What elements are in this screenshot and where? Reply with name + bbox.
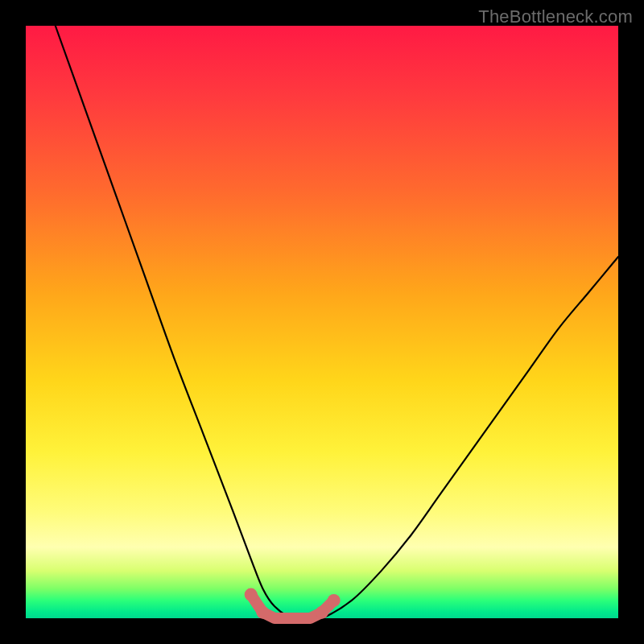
valley-marker-group [245,588,341,619]
watermark-text: TheBottleneck.com [478,6,633,27]
chart-frame: TheBottleneck.com [0,0,644,644]
valley-marker-dot [245,588,258,601]
bottleneck-curve [56,26,618,620]
valley-marker-dot [256,606,269,619]
chart-svg [26,26,618,618]
valley-marker-dot [328,594,341,607]
valley-marker-dot [316,606,328,619]
plot-area [26,26,618,618]
